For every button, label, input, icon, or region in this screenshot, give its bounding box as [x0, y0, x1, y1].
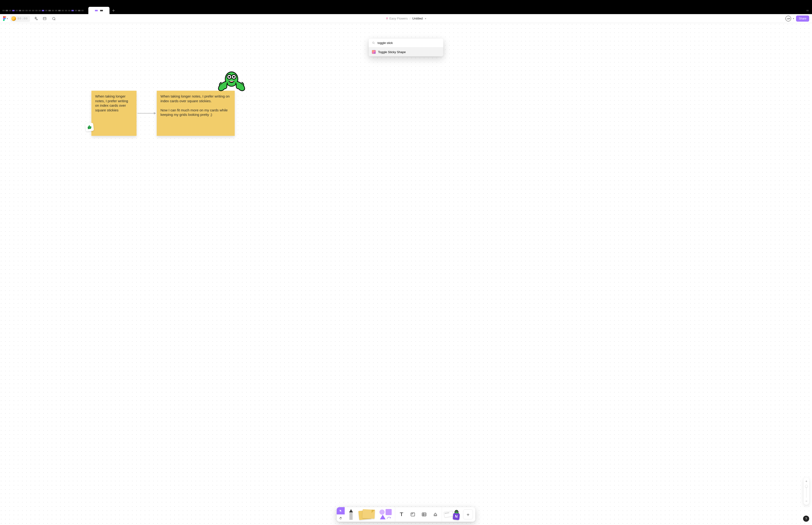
table-tool[interactable]: [419, 509, 429, 520]
quick-actions-result[interactable]: Toggle Sticky Shape: [369, 47, 443, 56]
app-topbar: ▾ 80:00 Easy Flowers / Untitled ▾: [0, 14, 812, 23]
widgets-icon: Jambot N: [444, 509, 461, 520]
timer-display: 80:00: [17, 17, 28, 20]
quick-actions-input[interactable]: [378, 41, 440, 45]
share-button[interactable]: Share: [796, 15, 809, 21]
sticky-note-tool[interactable]: [357, 509, 377, 520]
svg-point-0: [4, 18, 6, 19]
tulip-icon: [386, 17, 388, 20]
window-controls-stub: [804, 7, 812, 14]
help-button[interactable]: ?: [803, 515, 809, 522]
zoom-out-button[interactable]: −: [803, 499, 809, 504]
comment-icon: [51, 16, 56, 21]
breadcrumb: Easy Flowers / Untitled ▾: [386, 17, 426, 20]
quick-actions-result-label: Toggle Sticky Shape: [378, 50, 406, 54]
new-tab-button[interactable]: [112, 10, 114, 12]
chevron-down-icon: ▾: [7, 17, 8, 20]
svg-point-2: [373, 42, 374, 44]
connector-arrow[interactable]: [137, 113, 156, 114]
sparkle-icon: [34, 16, 38, 21]
main-menu-button[interactable]: ▾: [3, 16, 8, 21]
chevron-down-icon[interactable]: ▾: [793, 17, 794, 20]
svg-point-14: [457, 511, 458, 512]
thumbs-up-sticker[interactable]: [85, 123, 94, 131]
text-icon: T: [400, 511, 403, 518]
comments-button[interactable]: [50, 15, 57, 22]
sticky-text-p1: When taking longer notes, I prefer writi…: [160, 94, 230, 103]
pointer-tool-group: [337, 507, 345, 522]
shape-tool[interactable]: [378, 509, 394, 520]
section-icon: [410, 512, 416, 517]
widgets-tool[interactable]: Jambot N: [443, 509, 462, 520]
inactive-tab-hints: [0, 7, 83, 14]
widget-card-label: Jambot: [445, 512, 449, 514]
tab-title-stub: [100, 10, 103, 11]
figma-logo-icon: [3, 16, 6, 21]
zoom-control: ＋ −: [803, 478, 809, 505]
svg-rect-9: [422, 513, 426, 516]
chevron-down-icon[interactable]: ▾: [425, 17, 426, 20]
tab-favicon: [95, 10, 98, 11]
zoom-in-button[interactable]: ＋: [803, 479, 809, 484]
plugin-icon: [372, 50, 376, 54]
thumbs-up-icon: [87, 124, 92, 130]
timer-widget[interactable]: 80:00: [10, 15, 30, 22]
sticky-note-square[interactable]: When taking longer notes, I prefer writi…: [91, 91, 137, 136]
browser-tab-strip: [0, 7, 812, 14]
sticky-text-p2: Now I can fit much more on my cards whil…: [160, 108, 228, 117]
user-avatar[interactable]: [785, 16, 791, 21]
shapes-icon: [379, 509, 393, 520]
breadcrumb-project-label: Easy Flowers: [389, 17, 408, 20]
panels-toggle-button[interactable]: [41, 15, 48, 22]
breadcrumb-separator: /: [410, 17, 411, 20]
plus-icon: ＋: [466, 511, 470, 518]
ai-sparkle-button[interactable]: [32, 15, 39, 22]
bottom-toolbar: • T • Jambo: [337, 507, 475, 522]
svg-point-7: [233, 76, 235, 78]
dot-icon: •: [403, 512, 404, 514]
stamp-tool[interactable]: [430, 509, 440, 520]
breadcrumb-project[interactable]: Easy Flowers: [386, 17, 408, 20]
zoom-slider-knob[interactable]: [805, 485, 808, 487]
svg-point-13: [456, 511, 456, 512]
table-icon: [421, 512, 427, 517]
zoom-slider[interactable]: [806, 484, 807, 498]
hand-icon: [339, 516, 342, 520]
widget-n-tile: N: [453, 513, 460, 520]
select-tool[interactable]: [337, 507, 345, 514]
svg-point-6: [228, 76, 230, 78]
section-tool[interactable]: [408, 509, 418, 520]
sticky-note-wide[interactable]: When taking longer notes, I prefer writi…: [157, 91, 235, 136]
text-tool[interactable]: • T •: [397, 509, 407, 520]
sticky-stack-icon: [358, 509, 376, 520]
pencil-icon: [349, 509, 353, 520]
svg-rect-1: [43, 17, 46, 20]
search-icon: [372, 41, 375, 45]
more-tools-button[interactable]: ＋: [463, 510, 473, 519]
green-character-icon: [216, 70, 247, 95]
canvas[interactable]: Toggle Sticky Shape When taking longer n…: [0, 23, 812, 525]
help-icon: ?: [805, 517, 807, 521]
dot-icon: •: [399, 512, 400, 514]
breadcrumb-file[interactable]: Untitled: [412, 17, 423, 20]
stamp-icon: [433, 512, 438, 517]
hand-tool[interactable]: [337, 514, 345, 522]
quick-actions-palette: Toggle Sticky Shape: [369, 39, 443, 56]
breadcrumb-file-label: Untitled: [412, 17, 423, 20]
green-character-sticker[interactable]: [216, 70, 247, 95]
cursor-icon: [339, 509, 342, 512]
active-browser-tab[interactable]: [88, 7, 109, 14]
panel-icon: [43, 16, 47, 21]
sticky-text: When taking longer notes, I prefer writi…: [95, 94, 128, 112]
os-browser-chrome: [0, 0, 812, 14]
timer-avatar-icon: [11, 16, 16, 21]
scribble-icon: [787, 17, 790, 20]
marker-tool[interactable]: [346, 509, 356, 520]
